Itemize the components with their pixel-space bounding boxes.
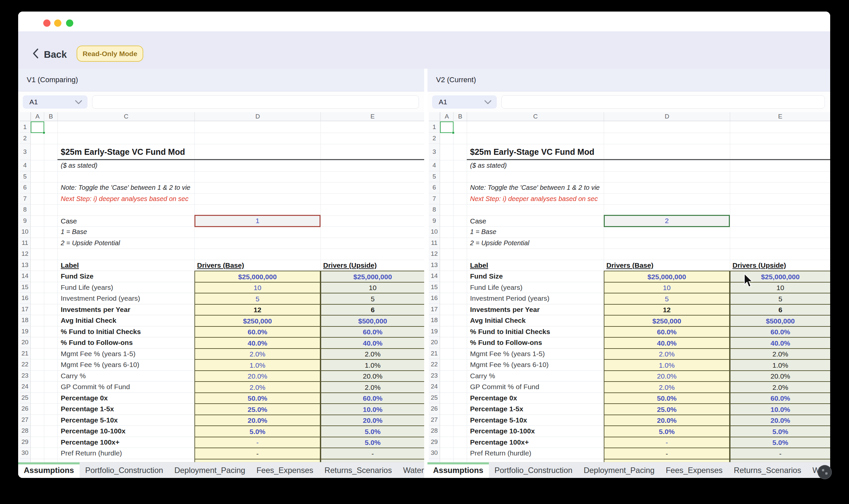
row-header-2[interactable]: 2 [19, 133, 30, 144]
col-header-B[interactable]: B [44, 112, 57, 121]
cell-E17[interactable]: 6 [730, 304, 830, 316]
cell-E29[interactable]: 5.0% [730, 437, 830, 449]
row-label-30[interactable]: Pref Return (hurdle) [470, 448, 602, 459]
row-label-26[interactable]: Percentage 1-5x [470, 403, 602, 415]
cell-D28[interactable]: 5.0% [195, 426, 321, 437]
selected-cell-A1[interactable] [440, 122, 454, 133]
cell-E28[interactable]: 5.0% [321, 426, 424, 437]
cell-E20[interactable]: 40.0% [321, 337, 424, 349]
row-header-9[interactable]: 9 [429, 216, 440, 227]
cell-D26[interactable]: 25.0% [195, 403, 321, 415]
cell-E14[interactable]: $25,000,000 [321, 271, 424, 283]
row-label-28[interactable]: Percentage 10-100x [61, 426, 193, 437]
selection-fill-handle[interactable] [42, 131, 45, 134]
row-header-15[interactable]: 15 [19, 282, 30, 293]
row-header-20[interactable]: 20 [429, 337, 440, 348]
row-label-23[interactable]: Carry % [61, 370, 193, 381]
cell-E13-header[interactable]: Drivers (Upside) [733, 260, 830, 271]
formula-input-v1[interactable] [92, 95, 419, 109]
sheet-tab-waterfall[interactable]: Waterfall [397, 463, 424, 478]
cell-E27[interactable]: 20.0% [321, 415, 424, 427]
sheet-tab-assumptions[interactable]: Assumptions [428, 463, 489, 478]
cell-C7-next-step[interactable]: Next Step: i) deeper analyses based on s… [470, 193, 603, 205]
cell-D22[interactable]: 1.0% [195, 359, 321, 371]
row-header-24[interactable]: 24 [19, 381, 30, 393]
close-window-button[interactable] [43, 19, 51, 27]
sheet-tab-portfolio_construction[interactable]: Portfolio_Construction [79, 463, 169, 478]
row-header-24[interactable]: 24 [429, 381, 440, 393]
cell-D30[interactable]: - [604, 448, 730, 460]
cell-D9-case-value[interactable]: 1 [195, 215, 321, 227]
row-header-13[interactable]: 13 [429, 260, 440, 271]
cell-E21[interactable]: 2.0% [321, 348, 424, 360]
row-header-28[interactable]: 28 [19, 426, 30, 437]
cell-D18[interactable]: $250,000 [604, 315, 730, 327]
row-header-15[interactable]: 15 [429, 282, 440, 293]
cell-D27[interactable]: 20.0% [195, 415, 321, 427]
row-header-11[interactable]: 11 [429, 238, 440, 249]
name-box-v1[interactable]: A1 [23, 95, 88, 109]
row-header-8[interactable]: 8 [429, 204, 440, 216]
cell-D26[interactable]: 25.0% [604, 403, 730, 415]
cell-E30[interactable]: - [730, 448, 830, 460]
sheet-tab-deployment_pacing[interactable]: Deployment_Pacing [578, 463, 660, 478]
row-header-4[interactable]: 4 [19, 160, 30, 171]
row-header-6[interactable]: 6 [19, 182, 30, 193]
cell-D29[interactable]: - [604, 437, 730, 449]
cell-D15[interactable]: 10 [604, 282, 730, 294]
row-label-22[interactable]: Mgmt Fee % (years 6-10) [61, 359, 193, 370]
col-header-B[interactable]: B [453, 112, 467, 121]
row-label-28[interactable]: Percentage 10-100x [470, 426, 602, 437]
row-header-16[interactable]: 16 [429, 293, 440, 304]
cell-D25[interactable]: 50.0% [195, 393, 321, 404]
cell-E19[interactable]: 60.0% [321, 326, 424, 338]
cell-D9-case-value[interactable]: 2 [604, 215, 730, 227]
row-header-21[interactable]: 21 [19, 348, 30, 359]
row-header-14[interactable]: 14 [19, 271, 30, 282]
cell-E21[interactable]: 2.0% [730, 348, 830, 360]
formula-input-v2[interactable] [501, 95, 825, 109]
row-header-25[interactable]: 25 [19, 393, 30, 404]
cell-E16[interactable]: 5 [730, 293, 830, 305]
row-header-8[interactable]: 8 [19, 204, 30, 216]
row-label-26[interactable]: Percentage 1-5x [61, 403, 193, 415]
cell-D17[interactable]: 12 [604, 304, 730, 316]
cell-D20[interactable]: 40.0% [195, 337, 321, 349]
cell-C3-title[interactable]: $25m Early-Stage VC Fund Mod [61, 144, 194, 160]
row-label-24[interactable]: GP Commit % of Fund [470, 381, 602, 393]
cell-C9-case-label[interactable]: Case [470, 216, 569, 227]
row-header-1[interactable]: 1 [19, 122, 30, 133]
cell-D19[interactable]: 60.0% [604, 326, 730, 338]
cell-E28[interactable]: 5.0% [730, 426, 830, 437]
sheet-tab-portfolio_construction[interactable]: Portfolio_Construction [489, 463, 578, 478]
row-header-23[interactable]: 23 [19, 370, 30, 381]
cell-D18[interactable]: $250,000 [195, 315, 321, 327]
cell-E30[interactable]: - [321, 448, 424, 460]
row-label-15[interactable]: Fund Life (years) [61, 282, 193, 293]
grid-corner-cell[interactable] [429, 112, 440, 121]
cell-E25[interactable]: 60.0% [321, 393, 424, 404]
grid-corner-cell[interactable] [19, 112, 31, 121]
row-header-29[interactable]: 29 [19, 437, 30, 448]
sheet-tab-returns_scenarios[interactable]: Returns_Scenarios [319, 463, 397, 478]
cell-D23[interactable]: 20.0% [604, 370, 730, 382]
row-header-6[interactable]: 6 [429, 182, 440, 193]
row-label-20[interactable]: % Fund to Follow-ons [470, 337, 602, 348]
row-header-2[interactable]: 2 [429, 133, 440, 144]
cell-E18[interactable]: $500,000 [730, 315, 830, 327]
cell-D14[interactable]: $25,000,000 [195, 271, 321, 283]
cell-C9-case-label[interactable]: Case [61, 216, 160, 227]
col-header-A[interactable]: A [440, 112, 453, 121]
cell-C3-title[interactable]: $25m Early-Stage VC Fund Mod [470, 144, 603, 160]
row-label-19[interactable]: % Fund to Initial Checks [61, 326, 193, 337]
row-label-30[interactable]: Pref Return (hurdle) [61, 448, 193, 459]
cell-D24[interactable]: 2.0% [604, 381, 730, 393]
row-header-30[interactable]: 30 [19, 448, 30, 459]
row-header-30[interactable]: 30 [429, 448, 440, 459]
cell-D20[interactable]: 40.0% [604, 337, 730, 349]
cell-E23[interactable]: 20.0% [321, 370, 424, 382]
row-label-25[interactable]: Percentage 0x [470, 393, 602, 404]
row-header-29[interactable]: 29 [429, 437, 440, 448]
row-label-19[interactable]: % Fund to Initial Checks [470, 326, 602, 337]
row-header-7[interactable]: 7 [19, 193, 30, 205]
